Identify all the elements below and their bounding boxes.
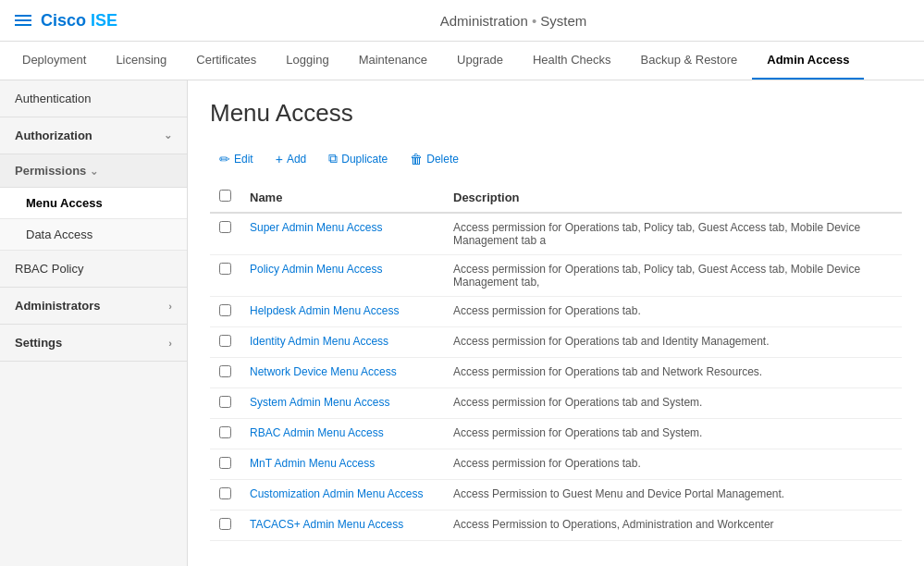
add-button[interactable]: + Add	[266, 147, 316, 171]
brand-prefix: Cisco	[41, 11, 86, 30]
duplicate-button[interactable]: ⧉ Duplicate	[319, 146, 397, 171]
row-checkbox[interactable]	[219, 518, 231, 530]
row-name[interactable]: Super Admin Menu Access	[240, 213, 444, 255]
sidebar-section-administrators[interactable]: Administrators ›	[0, 288, 187, 325]
table-row: Identity Admin Menu AccessAccess permiss…	[210, 327, 902, 358]
row-name[interactable]: Network Device Menu Access	[240, 358, 444, 388]
row-description: Access permission for Operations tab and…	[444, 358, 902, 388]
header-description: Description	[444, 182, 902, 213]
row-description: Access Permission to Guest Menu and Devi…	[444, 480, 902, 511]
tab-health-checks[interactable]: Health Checks	[518, 42, 626, 80]
row-checkbox[interactable]	[219, 304, 231, 316]
table-row: TACACS+ Admin Menu AccessAccess Permissi…	[210, 511, 902, 541]
chevron-right-icon: ›	[168, 338, 172, 349]
sidebar-item-rbac-policy[interactable]: RBAC Policy	[0, 251, 187, 288]
row-checkbox-cell	[210, 388, 240, 419]
tab-certificates[interactable]: Certificates	[181, 42, 271, 80]
sidebar: Authentication Authorization ⌄ Permissio…	[0, 80, 188, 566]
row-name[interactable]: Policy Admin Menu Access	[240, 255, 444, 297]
row-checkbox[interactable]	[219, 335, 231, 347]
duplicate-icon: ⧉	[328, 151, 338, 166]
row-description: Access permission for Operations tab, Po…	[444, 255, 902, 297]
row-description: Access permission for Operations tab, Po…	[444, 213, 902, 255]
edit-icon: ✏	[219, 152, 230, 166]
row-checkbox-cell	[210, 480, 240, 511]
row-checkbox-cell	[210, 297, 240, 327]
sidebar-section-settings[interactable]: Settings ›	[0, 325, 187, 362]
row-checkbox[interactable]	[219, 221, 231, 233]
table-row: Network Device Menu AccessAccess permiss…	[210, 358, 902, 388]
row-name[interactable]: System Admin Menu Access	[240, 388, 444, 419]
row-checkbox-cell	[210, 255, 240, 297]
tab-licensing[interactable]: Licensing	[101, 42, 181, 80]
row-checkbox-cell	[210, 213, 240, 255]
trash-icon: 🗑	[410, 152, 423, 166]
add-icon: +	[276, 152, 283, 166]
row-name[interactable]: TACACS+ Admin Menu Access	[240, 511, 444, 541]
sidebar-item-data-access[interactable]: Data Access	[0, 219, 187, 251]
nav-tabs: Deployment Licensing Certificates Loggin…	[0, 42, 924, 80]
row-name[interactable]: Helpdesk Admin Menu Access	[240, 297, 444, 327]
sidebar-item-authentication[interactable]: Authentication	[0, 80, 187, 117]
tab-admin-access[interactable]: Admin Access	[752, 42, 864, 80]
row-name[interactable]: Customization Admin Menu Access	[240, 480, 444, 511]
row-checkbox-cell	[210, 511, 240, 541]
page-heading: Menu Access	[210, 99, 902, 128]
sidebar-item-menu-access[interactable]: Menu Access	[0, 188, 187, 219]
chevron-down-icon: ⌄	[164, 129, 172, 142]
row-description: Access permission for Operations tab and…	[444, 388, 902, 419]
tab-logging[interactable]: Logging	[271, 42, 343, 80]
menu-access-table: Name Description Super Admin Menu Access…	[210, 182, 902, 541]
sidebar-subsection-permissions[interactable]: Permissions ⌄	[0, 154, 187, 188]
hamburger-menu[interactable]	[15, 12, 31, 29]
delete-button[interactable]: 🗑 Delete	[400, 147, 468, 171]
row-name[interactable]: Identity Admin Menu Access	[240, 327, 444, 358]
row-name[interactable]: MnT Admin Menu Access	[240, 449, 444, 480]
table-row: MnT Admin Menu AccessAccess permission f…	[210, 449, 902, 480]
row-name[interactable]: RBAC Admin Menu Access	[240, 419, 444, 449]
row-description: Access permission for Operations tab and…	[444, 419, 902, 449]
table-row: Super Admin Menu AccessAccess permission…	[210, 213, 902, 255]
select-all-checkbox[interactable]	[219, 190, 231, 202]
table-row: Customization Admin Menu AccessAccess Pe…	[210, 480, 902, 511]
table-row: RBAC Admin Menu AccessAccess permission …	[210, 419, 902, 449]
row-checkbox[interactable]	[219, 487, 231, 499]
row-description: Access Permission to Operations, Adminis…	[444, 511, 902, 541]
row-checkbox-cell	[210, 327, 240, 358]
toolbar: ✏ Edit + Add ⧉ Duplicate 🗑 Delete	[210, 146, 902, 171]
tab-upgrade[interactable]: Upgrade	[442, 42, 518, 80]
tab-maintenance[interactable]: Maintenance	[344, 42, 442, 80]
brand-logo[interactable]: Cisco ISE	[41, 11, 117, 31]
tab-deployment[interactable]: Deployment	[7, 42, 101, 80]
main-layout: Authentication Authorization ⌄ Permissio…	[0, 80, 924, 566]
row-checkbox-cell	[210, 449, 240, 480]
row-description: Access permission for Operations tab.	[444, 449, 902, 480]
top-bar: Cisco ISE Administration • System	[0, 0, 924, 42]
row-description: Access permission for Operations tab.	[444, 297, 902, 327]
chevron-right-icon: ›	[168, 301, 172, 312]
table-row: System Admin Menu AccessAccess permissio…	[210, 388, 902, 419]
row-checkbox-cell	[210, 358, 240, 388]
row-checkbox[interactable]	[219, 365, 231, 377]
chevron-down-icon: ⌄	[90, 166, 98, 177]
header-checkbox-col	[210, 182, 240, 213]
page-title: Administration • System	[117, 13, 909, 29]
brand-suffix: ISE	[91, 11, 117, 30]
tab-backup-restore[interactable]: Backup & Restore	[626, 42, 753, 80]
row-checkbox[interactable]	[219, 426, 231, 438]
row-checkbox-cell	[210, 419, 240, 449]
main-content: Menu Access ✏ Edit + Add ⧉ Duplicate 🗑 D…	[188, 80, 924, 566]
sidebar-section-authorization[interactable]: Authorization ⌄	[0, 117, 187, 154]
table-row: Policy Admin Menu AccessAccess permissio…	[210, 255, 902, 297]
table-row: Helpdesk Admin Menu AccessAccess permiss…	[210, 297, 902, 327]
row-checkbox[interactable]	[219, 263, 231, 275]
header-name: Name	[240, 182, 444, 213]
row-checkbox[interactable]	[219, 396, 231, 408]
row-checkbox[interactable]	[219, 457, 231, 469]
edit-button[interactable]: ✏ Edit	[210, 147, 263, 171]
row-description: Access permission for Operations tab and…	[444, 327, 902, 358]
